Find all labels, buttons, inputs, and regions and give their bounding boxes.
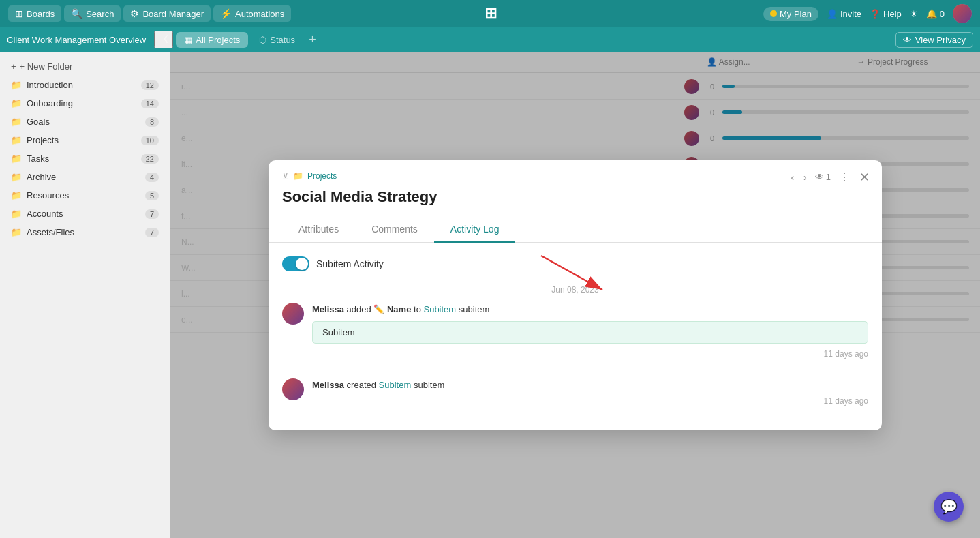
chat-bubble-button[interactable]: 💬 (934, 492, 964, 522)
sidebar-item-accounts[interactable]: 📁 Accounts 7 (0, 205, 170, 223)
user-avatar[interactable] (953, 4, 972, 23)
sidebar-item-projects[interactable]: 📁 Projects 10 (0, 131, 170, 149)
activity-text-1: Melissa added ✏️ Name to Subitem subitem (312, 303, 868, 316)
activity-entry-2: Melissa created Subitem subitem 11 days … (282, 378, 868, 406)
modal-title: Social Media Strategy (269, 188, 882, 206)
activity-value-box-1: Subitem (312, 321, 868, 344)
viewers-count: 👁 1 (815, 172, 831, 182)
sidebar: + + New Folder 📁 Introduction 12 📁 Onboa… (0, 52, 170, 538)
sidebar-item-archive[interactable]: 📁 Archive 4 (0, 168, 170, 186)
sidebar-item-goals[interactable]: 📁 Goals 8 (0, 113, 170, 131)
sidebar-item-assets-files[interactable]: 📁 Assets/Files 7 (0, 223, 170, 241)
modal-overlay[interactable]: ⊻ 📁 Projects ‹ › 👁 1 ⋮ ✕ (170, 52, 980, 538)
folder-icon: 📁 (11, 227, 22, 237)
help-icon: ❓ (870, 9, 881, 19)
sidebar-item-resources[interactable]: 📁 Resources 5 (0, 186, 170, 205)
automations-icon: ⚡ (220, 8, 232, 19)
invite-button[interactable]: 👤 Invite (827, 9, 861, 19)
activity-time-2: 11 days ago (312, 396, 868, 406)
nav-next-button[interactable]: › (802, 170, 808, 184)
subitem-activity-toggle[interactable] (282, 256, 309, 271)
collapse-sidebar-button[interactable]: 《 (154, 31, 173, 48)
activity-time-1: 11 days ago (312, 349, 868, 359)
folder-icon: 📁 (11, 135, 22, 145)
modal-breadcrumb: ⊻ 📁 Projects (282, 171, 868, 181)
status-icon: ⬡ (259, 35, 266, 45)
activity-content-1: Melissa added ✏️ Name to Subitem subitem… (312, 303, 868, 359)
sidebar-item-introduction[interactable]: 📁 Introduction 12 (0, 76, 170, 94)
workspace-title: Client Work Management Overview (7, 35, 146, 45)
eye-icon: 👁 (815, 172, 824, 182)
tab-attributes[interactable]: Attributes (282, 217, 355, 243)
my-plan-button[interactable]: My Plan (763, 7, 818, 21)
boards-icon: ⊞ (15, 8, 23, 19)
notifications-button[interactable]: 🔔 0 (926, 9, 945, 19)
chat-icon: 💬 (940, 498, 958, 515)
boards-button[interactable]: ⊞ Boards (8, 5, 61, 22)
board-manager-icon: ⚙ (130, 8, 139, 19)
activity-user-1: Melissa (312, 304, 344, 314)
bell-icon: 🔔 (926, 9, 937, 19)
eye-icon: 👁 (903, 35, 912, 45)
nav-prev-button[interactable]: ‹ (789, 170, 795, 184)
help-button[interactable]: ❓ Help (870, 9, 902, 19)
activity-user-2: Melissa (312, 380, 344, 390)
sub-navigation: Client Work Management Overview 《 ▦ All … (0, 27, 980, 52)
breadcrumb-link[interactable]: Projects (307, 171, 337, 181)
activity-subitem-link-1[interactable]: Subitem (423, 304, 456, 314)
folder-icon: 📁 (11, 80, 22, 90)
main-layout: + + New Folder 📁 Introduction 12 📁 Onboa… (0, 52, 980, 538)
modal-header: ⊻ 📁 Projects ‹ › 👁 1 ⋮ ✕ (269, 160, 882, 188)
more-options-button[interactable]: ⋮ (838, 169, 851, 185)
modal-body: Subitem Activity Jun 08, 2023 Melissa ad… (269, 243, 882, 430)
folder-icon: 📁 (11, 172, 22, 182)
activity-content-2: Melissa created Subitem subitem 11 days … (312, 378, 868, 406)
plus-icon: + (11, 61, 16, 72)
logo: ⊞ (485, 5, 496, 23)
add-tab-button[interactable]: + (306, 33, 319, 47)
view-privacy-button[interactable]: 👁 View Privacy (895, 32, 973, 48)
activity-text-2: Melissa created Subitem subitem (312, 378, 868, 392)
close-modal-button[interactable]: ✕ (858, 168, 871, 186)
tab-all-projects[interactable]: ▦ All Projects (176, 32, 248, 48)
folder-icon: 📁 (11, 190, 22, 200)
plan-dot (770, 10, 777, 17)
toggle-knob (296, 258, 308, 270)
toggle-label: Subitem Activity (316, 258, 384, 269)
activity-subitem-link-2[interactable]: Subitem (379, 380, 412, 390)
sidebar-item-onboarding[interactable]: 📁 Onboarding 14 (0, 94, 170, 113)
activity-divider (282, 370, 868, 370)
new-folder-button[interactable]: + + New Folder (0, 57, 170, 76)
board-manager-button[interactable]: ⚙ Board Manager (123, 5, 211, 22)
subitem-activity-toggle-row: Subitem Activity (282, 256, 868, 271)
search-icon: 🔍 (71, 8, 82, 19)
theme-button[interactable]: ☀ (910, 9, 918, 19)
folder-icon: 📁 (11, 153, 22, 164)
search-button[interactable]: 🔍 Search (64, 5, 121, 22)
theme-icon: ☀ (910, 9, 918, 19)
folder-icon: 📁 (11, 209, 22, 219)
breadcrumb-folder-icon: 📁 (293, 171, 303, 181)
modal-collapse-icon: ⊻ (282, 171, 289, 181)
modal-dialog: ⊻ 📁 Projects ‹ › 👁 1 ⋮ ✕ (269, 160, 882, 430)
sidebar-item-tasks[interactable]: 📁 Tasks 22 (0, 149, 170, 168)
tab-comments[interactable]: Comments (355, 217, 434, 243)
activity-entry-1: Melissa added ✏️ Name to Subitem subitem… (282, 303, 868, 359)
invite-icon: 👤 (827, 9, 838, 19)
melissa-avatar-2 (282, 378, 304, 400)
top-navigation: ⊞ Boards 🔍 Search ⚙ Board Manager ⚡ Auto… (0, 0, 980, 27)
melissa-avatar-1 (282, 303, 304, 325)
modal-actions: ‹ › 👁 1 ⋮ ✕ (789, 168, 871, 186)
automations-button[interactable]: ⚡ Automations (213, 5, 291, 22)
date-separator: Jun 08, 2023 (282, 285, 868, 295)
nav-right-actions: My Plan 👤 Invite ❓ Help ☀ 🔔 0 (763, 4, 972, 23)
tab-status[interactable]: ⬡ Status (251, 32, 303, 48)
all-projects-icon: ▦ (184, 35, 192, 45)
modal-tabs: Attributes Comments Activity Log (269, 217, 882, 243)
folder-icon: 📁 (11, 98, 22, 108)
folder-icon: 📁 (11, 117, 22, 127)
content-area: 👤 Assign... → Project Progress r... 0 ..… (170, 52, 980, 538)
tab-activity-log[interactable]: Activity Log (434, 217, 516, 243)
